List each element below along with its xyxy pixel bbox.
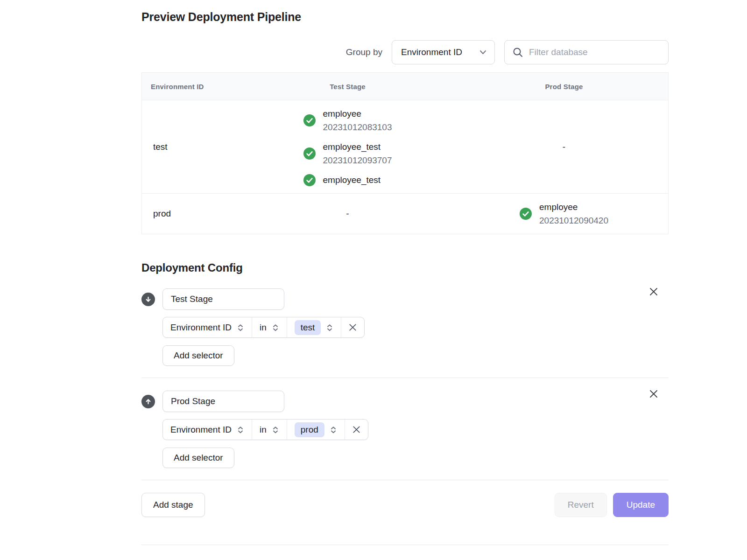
database-entry[interactable]: employee_test bbox=[303, 173, 392, 187]
move-stage-down-button[interactable] bbox=[141, 293, 155, 306]
database-list: employee 20231012090420 bbox=[520, 200, 608, 227]
column-header-prod-stage: Prod Stage bbox=[460, 83, 668, 91]
stage-config-prod: Environment ID in prod bbox=[141, 378, 669, 468]
label-selector: Environment ID in test bbox=[162, 317, 365, 338]
revert-button[interactable]: Revert bbox=[555, 493, 607, 517]
group-by-selected-value: Environment ID bbox=[401, 47, 462, 57]
filter-database-input[interactable] bbox=[529, 47, 660, 57]
label-selector: Environment ID in prod bbox=[162, 419, 368, 440]
prod-stage-cell: employee 20231012090420 bbox=[460, 200, 668, 227]
column-header-environment-id: Environment ID bbox=[142, 83, 235, 91]
chevron-updown-icon bbox=[237, 324, 244, 331]
selector-operator-select[interactable]: in bbox=[252, 317, 287, 337]
database-name: employee_test bbox=[323, 140, 392, 154]
stage-config-test: Environment ID in test bbox=[141, 288, 669, 366]
update-button[interactable]: Update bbox=[613, 493, 669, 517]
database-label: employee 20231012083103 bbox=[323, 107, 392, 134]
remove-selector-button[interactable] bbox=[345, 420, 368, 440]
success-check-icon bbox=[520, 208, 532, 220]
empty-stage-placeholder: - bbox=[563, 142, 565, 152]
close-icon bbox=[648, 287, 659, 297]
chevron-updown-icon bbox=[272, 426, 279, 434]
column-header-test-stage: Test Stage bbox=[235, 83, 460, 91]
test-stage-cell: - bbox=[235, 200, 460, 227]
close-icon bbox=[348, 322, 358, 332]
remove-selector-button[interactable] bbox=[341, 317, 364, 337]
database-entry[interactable]: employee 20231012083103 bbox=[303, 107, 392, 134]
group-by-label: Group by bbox=[346, 47, 382, 57]
main-content: Preview Deployment Pipeline Group by Env… bbox=[141, 0, 669, 545]
chevron-updown-icon bbox=[272, 324, 279, 331]
database-version: 20231012083103 bbox=[323, 120, 392, 134]
footer-divider bbox=[141, 480, 669, 480]
selector-value-tag: prod bbox=[295, 422, 324, 437]
pipeline-toolbar: Group by Environment ID bbox=[141, 40, 669, 64]
selector-row: Environment ID in prod bbox=[162, 419, 669, 440]
database-label: employee_test 20231012093707 bbox=[323, 140, 392, 167]
selector-key-select[interactable]: Environment ID bbox=[163, 420, 252, 440]
remove-stage-button[interactable] bbox=[648, 388, 660, 402]
pipeline-table: Environment ID Test Stage Prod Stage tes… bbox=[141, 72, 669, 234]
success-check-icon bbox=[303, 174, 316, 186]
selector-values-select[interactable]: prod bbox=[287, 420, 345, 440]
stage-name-input[interactable] bbox=[162, 288, 284, 310]
database-entry[interactable]: employee 20231012090420 bbox=[520, 200, 608, 227]
chevron-updown-icon bbox=[330, 426, 337, 434]
database-label: employee_test bbox=[323, 173, 381, 187]
stage-name-input[interactable] bbox=[162, 391, 284, 412]
deployment-config-title: Deployment Config bbox=[141, 261, 669, 274]
success-check-icon bbox=[303, 114, 316, 126]
table-row: test employee 20231012083103 employee_te… bbox=[142, 100, 668, 194]
footer-right-actions: Revert Update bbox=[555, 493, 669, 517]
search-icon bbox=[513, 47, 523, 57]
database-name: employee_test bbox=[323, 173, 381, 187]
close-icon bbox=[352, 425, 361, 434]
arrow-up-icon bbox=[145, 398, 152, 405]
database-list: employee 20231012083103 employee_test 20… bbox=[303, 107, 392, 187]
database-name: employee bbox=[323, 107, 392, 120]
chevron-updown-icon bbox=[326, 324, 333, 331]
database-label: employee 20231012090420 bbox=[539, 200, 608, 227]
selector-value-tag: test bbox=[295, 320, 321, 335]
selector-operator-value: in bbox=[260, 322, 267, 333]
add-selector-button[interactable]: Add selector bbox=[162, 345, 234, 366]
test-stage-cell: employee 20231012083103 employee_test 20… bbox=[235, 107, 460, 187]
remove-stage-button[interactable] bbox=[648, 286, 660, 300]
empty-stage-placeholder: - bbox=[346, 209, 349, 219]
chevron-down-icon bbox=[479, 50, 486, 55]
page-title: Preview Deployment Pipeline bbox=[141, 10, 669, 24]
pipeline-table-header: Environment ID Test Stage Prod Stage bbox=[142, 73, 668, 100]
table-row: prod - employee 20231012090420 bbox=[142, 194, 668, 234]
selector-row: Environment ID in test bbox=[162, 317, 669, 338]
close-icon bbox=[648, 389, 659, 399]
stage-header bbox=[141, 288, 669, 310]
selector-key-value: Environment ID bbox=[170, 425, 232, 435]
selector-key-value: Environment ID bbox=[170, 322, 232, 333]
database-entry[interactable]: employee_test 20231012093707 bbox=[303, 140, 392, 167]
chevron-updown-icon bbox=[237, 426, 244, 434]
add-stage-button[interactable]: Add stage bbox=[141, 493, 205, 517]
database-version: 20231012090420 bbox=[539, 214, 608, 227]
selector-key-select[interactable]: Environment ID bbox=[163, 317, 252, 337]
selector-operator-select[interactable]: in bbox=[252, 420, 287, 440]
group-by-select[interactable]: Environment ID bbox=[392, 40, 495, 64]
environment-cell: prod bbox=[142, 200, 235, 227]
footer-actions: Add stage Revert Update bbox=[141, 493, 669, 517]
success-check-icon bbox=[303, 147, 316, 160]
selector-operator-value: in bbox=[260, 425, 267, 435]
stage-header bbox=[141, 391, 669, 412]
prod-stage-cell: - bbox=[460, 107, 668, 187]
add-selector-button[interactable]: Add selector bbox=[162, 448, 234, 468]
database-version: 20231012093707 bbox=[323, 154, 392, 167]
filter-database-search[interactable] bbox=[504, 40, 669, 64]
database-name: employee bbox=[539, 200, 608, 214]
arrow-down-icon bbox=[145, 296, 152, 303]
environment-cell: test bbox=[142, 107, 235, 187]
bottom-divider bbox=[141, 545, 669, 545]
selector-values-select[interactable]: test bbox=[287, 317, 341, 337]
move-stage-up-button[interactable] bbox=[141, 395, 155, 408]
